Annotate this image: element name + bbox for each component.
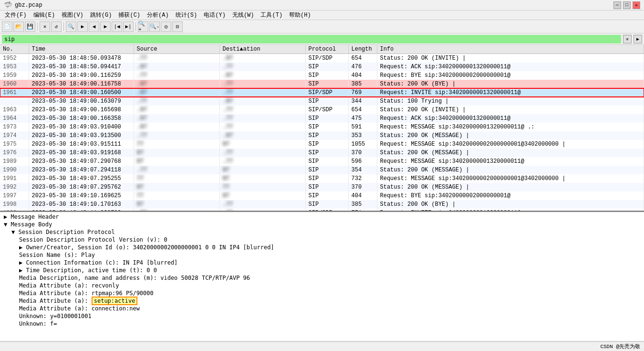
table-row[interactable]: 1953 2023-05-30 18:48:50.094417 .97 .77 … [0,63,644,71]
zoom-out-btn[interactable]: 🔍- [149,21,160,32]
detail-item[interactable]: ▼ Message Body [0,221,644,228]
col-proto-header[interactable]: Protocol [305,45,348,54]
menu-edit[interactable]: 编辑(E) [31,11,58,20]
zoom-reset-btn[interactable]: ◎ [161,21,171,32]
detail-item[interactable]: ▶ Message Header [0,213,644,221]
table-row[interactable]: 1992 2023-05-30 18:49:07.295762 97 77 SI… [0,183,644,191]
detail-item[interactable]: Media Attribute (a): setup:active [0,297,644,305]
col-dest-header[interactable]: Desti▲ation [219,45,305,54]
cell-src: .97 [134,114,219,123]
go-btn[interactable]: ▶ [77,21,88,32]
cell-len: 404 [348,191,377,200]
minimize-button[interactable]: — [613,1,621,9]
detail-item[interactable]: Media Attribute (a): connection:new [0,305,644,312]
open-btn[interactable]: 📂 [13,21,24,32]
table-row[interactable]: 1999 2023-05-30 18:49:11.920702 .97 .77 … [0,209,644,211]
cell-src: .77 [134,131,219,140]
cell-no: 1960 [0,80,29,88]
detail-item[interactable]: Session Description Protocol Version (v)… [0,236,644,244]
cell-src: .77 [134,54,219,63]
col-no-header[interactable]: No. [0,45,29,54]
close-button[interactable]: ✕ [633,1,640,9]
zoom-fit-btn[interactable]: ⊡ [172,21,183,32]
close-btn[interactable]: ✕ [40,21,50,32]
col-time-header[interactable]: Time [29,45,134,54]
cell-len: 596 [348,157,377,166]
cell-dst: .97 [219,97,305,106]
cell-src: .97 [134,123,219,131]
table-row[interactable]: 1961 2023-05-30 18:49:00.160500 .97 .77 … [0,88,644,97]
detail-item[interactable]: ▶ Time Description, active time (t): 0 0 [0,266,644,274]
menu-jump[interactable]: 跳转(G) [87,11,115,20]
menu-file[interactable]: 文件(F) [2,11,30,20]
first-btn[interactable]: |◀ [112,21,122,32]
table-row[interactable]: 1959 2023-05-30 18:49:00.116259 .77 .97 … [0,71,644,80]
cell-proto: SIP/SDP [305,54,348,63]
next-btn[interactable]: ▶ [100,21,111,32]
table-row[interactable]: 1991 2023-05-30 18:49:07.295255 77 97 SI… [0,174,644,183]
cell-src: .97 [134,88,219,97]
table-row[interactable]: 1963 2023-05-30 18:49:00.165698 .97 .77 … [0,106,644,114]
table-row[interactable]: 1989 2023-05-30 18:49:07.290768 97 .77 S… [0,157,644,166]
save-btn[interactable]: 💾 [25,21,35,32]
menu-view[interactable]: 视图(V) [59,11,86,20]
detail-item[interactable]: ▶ Owner/Creator, Session Id (o): 3402000… [0,244,644,251]
cell-no: 1998 [0,200,29,209]
find-btn[interactable]: 🔍 [66,21,76,32]
cell-no: 1975 [0,140,29,149]
window-controls[interactable]: — □ ✕ [613,1,640,9]
menu-help[interactable]: 帮助(H) [286,11,314,20]
cell-info: Request: INVITE sip:34020000001320000011… [377,209,644,211]
menu-phone[interactable]: 电话(Y) [201,11,229,20]
filter-input[interactable] [2,35,621,43]
reload-btn[interactable]: ↺ [51,21,62,32]
table-row[interactable]: 1976 2023-05-30 18:49:03.919168 97 .77 S… [0,149,644,157]
cell-dst: 97 [219,191,305,200]
table-row[interactable]: 1974 2023-05-30 18:49:03.913500 .77 .97 … [0,131,644,140]
cell-src: 77 [134,174,219,183]
menu-tools[interactable]: 工具(T) [258,11,285,20]
detail-item[interactable]: Unknown: f= [0,320,644,328]
new-btn[interactable]: 📄 [2,21,12,32]
last-btn[interactable]: ▶| [123,21,134,32]
cell-info: Status: 200 OK (INVITE) | [377,54,644,63]
table-row[interactable]: 1952 2023-05-30 18:48:50.093478 .77 .97 … [0,54,644,63]
cell-proto: SIP [305,166,348,174]
detail-item[interactable]: ▶ Connection Information (c): IN IP4 [bl… [0,259,644,266]
table-row[interactable]: 2023-05-30 18:49:00.163079 .77 .97 SIP 3… [0,97,644,106]
cell-proto: SIP [305,149,348,157]
menu-capture[interactable]: 捕获(C) [115,11,143,20]
filter-apply-btn[interactable]: ▶ [634,35,642,43]
menu-analyze[interactable]: 分析(A) [144,11,172,20]
cell-dst: 97 [219,174,305,183]
detail-item[interactable]: Session Name (s): Play [0,251,644,259]
detail-item[interactable]: Media Attribute (a): rtpmap:96 PS/90000 [0,289,644,297]
table-row[interactable]: 1973 2023-05-30 18:49:03.910400 .97 .77 … [0,123,644,131]
menu-wireless[interactable]: 无线(W) [229,11,257,20]
table-row[interactable]: 1964 2023-05-30 18:49:00.166358 .97 .77 … [0,114,644,123]
prev-btn[interactable]: ◀ [89,21,99,32]
cell-len: 370 [348,183,377,191]
table-row[interactable]: 1997 2023-05-30 18:49:10.169625 77 97 SI… [0,191,644,200]
detail-item[interactable]: Media Attribute (a): recvonly [0,282,644,289]
menu-stats[interactable]: 统计(S) [173,11,200,20]
detail-item[interactable]: Unknown: y=0100001001 [0,312,644,320]
cell-proto: SIP [305,157,348,166]
col-len-header[interactable]: Length [348,45,377,54]
packet-list-container: No. Time Source Desti▲ation Protocol Len… [0,45,644,212]
table-row[interactable]: 1990 2023-05-30 18:49:07.294118 .77 97 S… [0,166,644,174]
maximize-button[interactable]: □ [623,1,631,9]
cell-proto: SIP [305,140,348,149]
detail-item[interactable]: Media Description, name and address (m):… [0,274,644,282]
filter-clear-btn[interactable]: ✕ [623,35,632,43]
table-row[interactable]: 1998 2023-05-30 18:49:10.170163 97 .77 S… [0,200,644,209]
col-info-header[interactable]: Info [377,45,644,54]
packet-list-scroll[interactable]: No. Time Source Desti▲ation Protocol Len… [0,45,644,211]
table-row[interactable]: 1960 2023-05-30 18:49:00.116758 .97 .77 … [0,80,644,88]
table-row[interactable]: 1975 2023-05-30 18:49:03.915111 77 97 SI… [0,140,644,149]
zoom-in-btn[interactable]: 🔍+ [138,21,148,32]
detail-panel[interactable]: ▶ Message Header▼ Message Body▼ Session … [0,212,644,341]
detail-item[interactable]: ▼ Session Description Protocol [0,228,644,236]
cell-info: Request: ACK sip:34020000001320000011@ [377,63,644,71]
col-source-header[interactable]: Source [134,45,219,54]
